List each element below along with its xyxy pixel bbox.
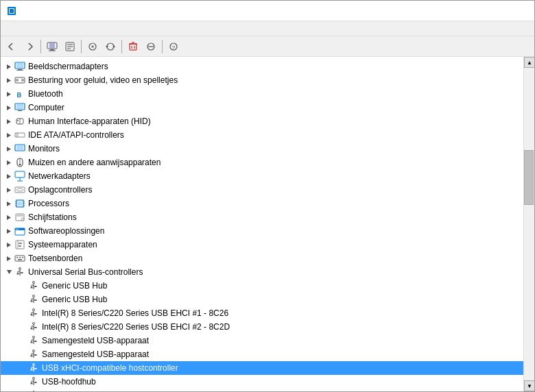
close-button[interactable] [497, 1, 529, 21]
expand-icon-besturing[interactable] [3, 75, 14, 86]
tree-item-hid[interactable]: Human Interface-apparaten (HID) [1, 114, 523, 128]
svg-point-32 [16, 79, 19, 82]
maximize-button[interactable] [466, 1, 497, 21]
tree-item-usb-hub1[interactable]: Generic USB Hub [1, 279, 523, 293]
menu-help[interactable] [36, 27, 47, 30]
expand-icon-usb-hoofd2[interactable] [17, 390, 28, 391]
help-button[interactable]: ? [165, 38, 182, 55]
svg-marker-55 [7, 174, 11, 179]
device-tree[interactable]: BeeldschermadaptersBesturing voor geluid… [1, 57, 523, 391]
svg-rect-103 [31, 287, 33, 289]
svg-rect-16 [130, 44, 136, 50]
tree-item-ide[interactable]: IDE ATA/ATAPI-controllers [1, 128, 523, 142]
tree-item-monitors[interactable]: Monitors [1, 142, 523, 156]
tree-item-software[interactable]: Softwareoplossingen [1, 224, 523, 238]
expand-icon-netwerk[interactable] [3, 171, 14, 182]
expand-icon-software[interactable] [3, 225, 14, 236]
svg-rect-73 [16, 214, 24, 217]
expand-icon-usb-xhci[interactable] [17, 363, 28, 373]
tree-item-usb-hoofd1[interactable]: USB-hoofdhub [1, 375, 523, 389]
expand-icon-usb[interactable] [3, 267, 14, 278]
svg-marker-34 [7, 92, 11, 97]
expand-icon-bluetooth[interactable] [3, 88, 14, 99]
scroll-up-button[interactable]: ▲ [524, 57, 534, 68]
expand-icon-monitors[interactable] [3, 143, 14, 154]
scroll-down-button[interactable]: ▼ [524, 380, 534, 391]
svg-rect-98 [21, 272, 23, 273]
svg-rect-39 [18, 110, 22, 111]
svg-point-43 [17, 120, 19, 121]
expand-icon-muizen[interactable] [3, 157, 14, 168]
item-icon-software [14, 225, 25, 236]
tree-item-beeldscherm[interactable]: Beeldschermadapters [1, 60, 523, 73]
tree-item-usb-intel1[interactable]: Intel(R) 8 Series/C220 Series USB EHCI #… [1, 306, 523, 320]
uninstall-button[interactable] [125, 38, 141, 55]
tree-item-besturing[interactable]: Besturing voor geluid, video en spelletj… [1, 73, 523, 87]
expand-icon-ide[interactable] [3, 130, 14, 140]
forward-button[interactable] [21, 38, 38, 55]
expand-icon-hid[interactable] [3, 116, 14, 127]
svg-marker-36 [7, 106, 11, 110]
item-icon-usb-intel1 [28, 308, 39, 319]
svg-rect-90 [18, 259, 22, 260]
expand-icon-usb-samen2[interactable] [17, 349, 28, 360]
tree-item-schijf[interactable]: Schijfstations [1, 210, 523, 224]
tree-item-usb-xhci[interactable]: USB xHCI-compatibele hostcontroller [1, 361, 523, 375]
tree-item-usb-intel2[interactable]: Intel(R) 8 Series/C220 Series USB EHCI #… [1, 320, 523, 334]
properties-button[interactable] [62, 38, 78, 55]
expand-icon-systeem[interactable] [3, 239, 14, 250]
expand-icon-usb-hub2[interactable] [17, 294, 28, 305]
svg-rect-2 [10, 9, 14, 13]
tree-item-bluetooth[interactable]: ʙBluetooth [1, 87, 523, 101]
expand-icon-usb-hub1[interactable] [17, 280, 28, 291]
svg-marker-91 [7, 270, 12, 274]
expand-icon-usb-intel2[interactable] [17, 321, 28, 332]
expand-icon-usb-samen1[interactable] [17, 335, 28, 346]
expand-icon-usb-hoofd1[interactable] [17, 376, 28, 387]
item-icon-processors [14, 198, 25, 209]
tree-item-usb[interactable]: Universal Serial Bus-controllers [1, 265, 523, 279]
item-label-computer: Computer [28, 103, 64, 112]
computer-icon-btn[interactable] [44, 38, 60, 55]
update-button[interactable] [102, 38, 119, 55]
svg-marker-62 [7, 201, 11, 206]
expand-icon-usb-intel1[interactable] [17, 308, 28, 319]
scan-button[interactable] [84, 38, 101, 55]
menu-beeld[interactable] [25, 27, 36, 30]
svg-text:?: ? [172, 45, 176, 51]
tree-item-usb-samen1[interactable]: Samengesteld USB-apparaat [1, 334, 523, 347]
svg-rect-105 [35, 286, 37, 287]
menu-actie[interactable] [14, 27, 25, 30]
minimize-button[interactable] [434, 1, 466, 21]
expand-icon-beeldscherm[interactable] [3, 61, 14, 72]
tree-item-systeem[interactable]: Systeemapparaten [1, 238, 523, 252]
item-icon-usb-samen2 [28, 349, 39, 360]
tree-item-muizen[interactable]: Muizen en andere aanwijsapparaten [1, 156, 523, 169]
tree-item-toetsenborden[interactable]: Toetsenborden [1, 252, 523, 265]
expand-icon-schijf[interactable] [3, 212, 14, 223]
tree-item-usb-hoofd2[interactable]: USB-hoofdhub [1, 389, 523, 391]
menu-bestand[interactable] [3, 27, 14, 30]
scrollbar[interactable]: ▲ ▼ [523, 57, 534, 391]
svg-marker-75 [7, 229, 11, 234]
expand-icon-computer[interactable] [3, 102, 14, 113]
item-icon-usb-xhci [28, 363, 39, 373]
svg-rect-126 [35, 327, 37, 328]
tree-item-usb-samen2[interactable]: Samengesteld USB-apparaat [1, 347, 523, 361]
expand-icon-opslag[interactable] [3, 184, 14, 195]
expand-icon-toetsenborden[interactable] [3, 253, 14, 264]
tree-item-opslag[interactable]: Opslagcontrollers [1, 183, 523, 197]
tree-item-usb-hub2[interactable]: Generic USB Hub [1, 293, 523, 306]
back-button[interactable] [3, 38, 20, 55]
svg-point-61 [16, 188, 23, 191]
svg-text:ʙ: ʙ [16, 89, 22, 99]
tree-item-processors[interactable]: Processors [1, 197, 523, 210]
svg-marker-80 [7, 243, 11, 247]
disable-button[interactable] [143, 38, 159, 55]
svg-point-33 [21, 79, 24, 82]
expand-icon-processors[interactable] [3, 198, 14, 209]
svg-rect-138 [31, 356, 33, 357]
scroll-thumb[interactable] [524, 150, 534, 205]
tree-item-netwerk[interactable]: Netwerkadapters [1, 169, 523, 183]
tree-item-computer[interactable]: Computer [1, 101, 523, 114]
